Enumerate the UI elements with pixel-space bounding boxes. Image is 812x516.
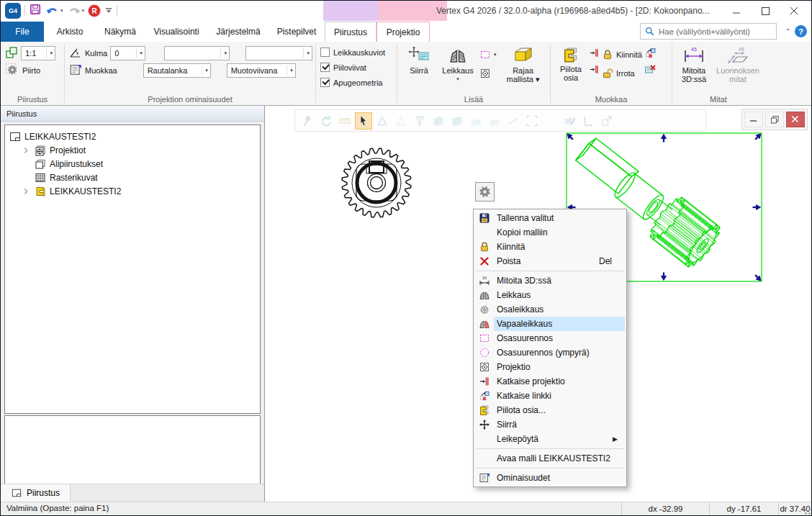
tab-piirustus[interactable]: Piirustus [325, 22, 376, 42]
rotate-icon[interactable] [317, 112, 335, 130]
doc-restore-button[interactable] [765, 112, 784, 127]
chevron-right-icon[interactable] [21, 186, 31, 196]
leikkaus-button[interactable]: Leikkaus ▾ [439, 45, 477, 94]
irrota-button[interactable]: Irrota [602, 65, 642, 81]
triangle-icon[interactable] [374, 112, 391, 130]
undo-dropdown-icon[interactable]: ▾ [60, 8, 63, 14]
expand-icon[interactable] [598, 112, 615, 130]
menu-item-tallenna-valitut[interactable]: Tallenna valitut [475, 211, 625, 225]
maximize-button[interactable] [751, 1, 780, 21]
menu-item-poista[interactable]: PoistaDel [475, 254, 625, 268]
menu-item-siirr[interactable]: Siirrä [475, 417, 625, 432]
menu-item-osaleikkaus[interactable]: Osaleikkaus [475, 302, 625, 317]
ribbon-search[interactable]: Hae (välilyönti+välilyönti) [640, 23, 777, 40]
rajaa-mallista-button[interactable]: Rajaa mallista ▾ [500, 45, 547, 94]
tab-file[interactable]: File [1, 22, 44, 42]
redo-dropdown-icon[interactable]: ▾ [82, 8, 85, 14]
tab-projektio[interactable]: Projektio [376, 22, 430, 42]
luonnoksen-mitat-button[interactable]: 45 Luonnoksen mitat [714, 45, 762, 94]
resize-grip[interactable] [803, 507, 811, 515]
remove-view-button[interactable] [644, 63, 657, 77]
siirra-button[interactable]: Siirrä [402, 45, 436, 94]
selection-handle[interactable] [755, 134, 761, 140]
drawing-canvas[interactable]: Tallenna valitutKopioi malliinKiinnitäPo… [266, 106, 811, 502]
tab-piirustus-bottom[interactable]: Piirustus [1, 484, 71, 502]
ruler-icon[interactable] [336, 112, 353, 130]
layers-thin-icon[interactable] [486, 112, 503, 130]
app-logo[interactable]: G4 [5, 3, 21, 19]
layers-flat-icon[interactable] [467, 112, 484, 130]
menu-item-ominaisuudet[interactable]: Ominaisuudet [475, 471, 625, 485]
projection-combo-1[interactable]: ▾ [164, 46, 230, 60]
tab-j-rjestelm[interactable]: Järjestelmä [208, 22, 269, 42]
outline-style-combo[interactable]: Muotoviivana▾ [227, 63, 296, 78]
checkbox-row-piiloviivat[interactable]: Piiloviivat [320, 60, 394, 75]
menu-item-osasuurennos[interactable]: Osasuurennos [475, 331, 625, 345]
menu-item-piilota-osia[interactable]: Piilota osia... [475, 403, 625, 417]
filter-icon[interactable] [411, 112, 428, 130]
menu-item-kopioi-malliin[interactable]: Kopioi malliin [475, 225, 625, 240]
frame-icon[interactable] [523, 112, 541, 130]
checkbox-apugeometria[interactable] [320, 78, 330, 87]
checkbox-piiloviivat[interactable] [320, 63, 330, 72]
selection-handle[interactable] [567, 134, 573, 140]
tree-item-leikkaustesti2[interactable]: LEIKKAUSTESTI2 [6, 184, 258, 198]
redo-button[interactable]: ▾ [67, 4, 85, 17]
chevron-right-icon[interactable] [21, 145, 31, 155]
render-style-combo[interactable]: Rautalanka▾ [143, 63, 211, 78]
projection-small-button[interactable] [479, 65, 497, 81]
kiinnita-button[interactable]: Kiinnitä [602, 47, 642, 63]
gear-front-view[interactable] [342, 148, 411, 217]
menu-item-katkaise-projektio[interactable]: Katkaise projektio [475, 374, 625, 389]
help-button[interactable]: ? [795, 25, 807, 37]
qat-customize-button[interactable] [104, 6, 113, 16]
tab-visualisointi[interactable]: Visualisointi [145, 22, 208, 42]
layers-2-icon[interactable] [448, 112, 466, 130]
menu-item-kiinnit[interactable]: Kiinnitä [475, 240, 625, 254]
checkbox-row-leikkauskuviot[interactable]: Leikkauskuviot [320, 45, 394, 60]
tab-pistepilvet[interactable]: Pistepilvet [269, 22, 325, 42]
menu-item-leikkaus[interactable]: Leikkaus [475, 288, 625, 302]
save-icon[interactable] [29, 3, 42, 19]
doc-close-button[interactable] [786, 112, 805, 127]
tree-item-projektiot[interactable]: Projektiot [6, 143, 258, 157]
piirto-button[interactable]: Piirto [22, 66, 40, 75]
close-button[interactable] [780, 1, 808, 21]
tree-item-rasterikuvat[interactable]: Rasterikuvat [6, 171, 258, 184]
selection-handle[interactable] [662, 273, 667, 281]
checkbox-leikkauskuviot[interactable] [320, 47, 330, 57]
pin-icon[interactable] [299, 112, 316, 130]
break-link-button[interactable] [644, 47, 657, 60]
context-settings-button[interactable] [475, 182, 495, 202]
zoom-in-icon[interactable] [542, 112, 559, 130]
menu-item-avaa-malli-leikkaustesti2[interactable]: Avaa malli LEIKKAUSTESTI2 [475, 451, 625, 466]
layers-icon[interactable] [430, 112, 447, 130]
menu-item-mitoita-3d-ss[interactable]: Mitoita 3D:ssä [475, 273, 625, 288]
tree-item-leikkaustesti2[interactable]: LEIKKAUSTESTI2 [6, 130, 258, 143]
break-projection-small-button-2[interactable] [589, 64, 600, 76]
menu-item-osasuurennos-ympyr[interactable]: Osasuurennos (ympyrä) [475, 345, 625, 360]
break-projection-small-button[interactable] [589, 47, 600, 60]
minimize-button[interactable] [722, 1, 751, 21]
tab-arkisto[interactable]: Arkisto [44, 22, 96, 42]
menu-item-leikep-yt[interactable]: Leikepöytä▶ [475, 432, 625, 446]
record-badge[interactable]: R [88, 4, 101, 17]
muokkaa-button[interactable]: Muokkaa [85, 66, 117, 75]
checkbox-row-apugeometria[interactable]: Apugeometria [320, 75, 394, 90]
doc-minimize-button[interactable] [744, 112, 763, 127]
kulma-combo[interactable]: 0▾ [110, 46, 145, 60]
axes-icon[interactable] [579, 112, 597, 130]
selection-handle[interactable] [755, 275, 761, 281]
selection-handle[interactable] [753, 205, 761, 210]
menu-item-vapaaleikkaus[interactable]: Vapaaleikkaus [475, 317, 625, 331]
cursor-icon[interactable] [355, 112, 372, 130]
menu-item-projektio[interactable]: Projektio [475, 360, 625, 374]
piilota-osia-button[interactable]: Piilota osia [555, 45, 587, 94]
scale-combo[interactable]: 1:1▾ [21, 46, 55, 60]
tree-item-alipiirustukset[interactable]: Alipiirustukset [6, 157, 258, 171]
selection-handle[interactable] [662, 135, 667, 142]
ribbon-collapse-icon[interactable]: ⌃ [785, 27, 791, 35]
tab-n-kym[interactable]: Näkymä [96, 22, 145, 42]
line-icon[interactable] [505, 112, 522, 130]
layers-pick-icon[interactable] [561, 112, 578, 130]
